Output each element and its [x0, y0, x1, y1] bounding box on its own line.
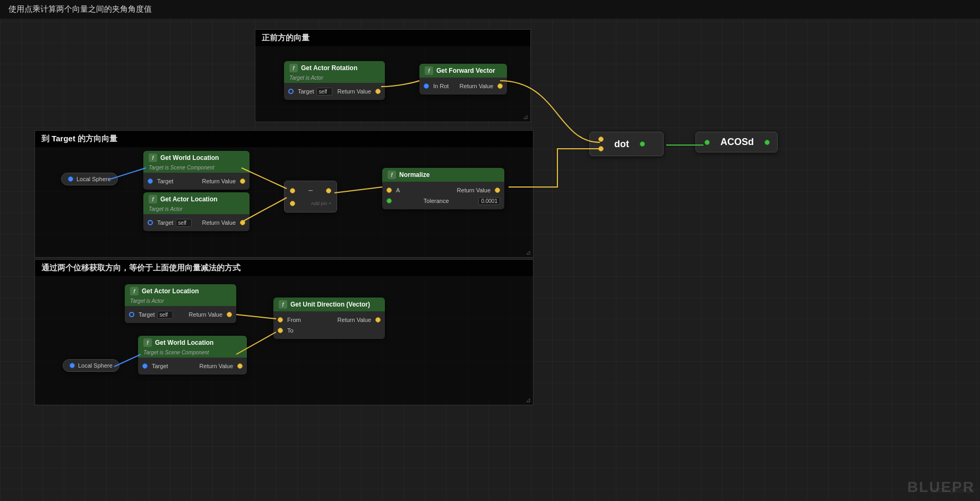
return-pin[interactable]	[240, 179, 245, 184]
target-pin[interactable]	[129, 312, 134, 317]
dot-input-bottom[interactable]	[598, 146, 604, 151]
get-world-location-1-node[interactable]: f Get World Location Target is Scene Com…	[143, 151, 250, 190]
dot-input-top[interactable]	[598, 137, 604, 142]
dot-node[interactable]: dot	[589, 132, 664, 156]
return-label: Return Value	[202, 219, 236, 226]
target-label: Target	[157, 178, 174, 184]
target-pin-left[interactable]	[288, 89, 294, 94]
node-header: f Normalize	[382, 168, 504, 182]
node-header: f Get World Location	[138, 336, 247, 350]
target-value[interactable]: self	[157, 311, 173, 319]
target-pin[interactable]	[148, 220, 153, 225]
return-label: Return Value	[202, 178, 236, 184]
node-subtitle: Target is Scene Component	[138, 350, 247, 358]
local-sphere-1-node[interactable]: Local Sphere	[61, 173, 118, 185]
dot-output[interactable]	[640, 141, 645, 147]
dot-inputs	[598, 137, 604, 151]
node-body: Target self Return Value	[125, 306, 236, 323]
title-bar: 使用点乘计算两个向量之间的夹角角度值	[0, 0, 980, 19]
a-pin[interactable]	[386, 188, 392, 193]
return-pin[interactable]	[227, 312, 232, 317]
get-world-location-2-node[interactable]: f Get World Location Target is Scene Com…	[138, 336, 247, 375]
return-pin[interactable]	[240, 220, 245, 225]
get-actor-location-2-node[interactable]: f Get Actor Location Target is Actor Tar…	[125, 284, 236, 323]
return-pin-right[interactable]	[375, 89, 381, 94]
target-label: Target	[152, 363, 168, 369]
tolerance-label: Tolerance	[424, 198, 449, 204]
output-pin[interactable]	[326, 188, 331, 193]
local-sphere-2-node[interactable]: Local Sphere	[63, 359, 119, 372]
return-label: Return Value	[338, 88, 371, 95]
page-title: 使用点乘计算两个向量之间的夹角角度值	[8, 4, 152, 13]
get-unit-direction-node[interactable]: f Get Unit Direction (Vector) From Retur…	[273, 298, 385, 339]
target-value[interactable]: self	[176, 219, 192, 227]
node-title: Normalize	[399, 171, 429, 179]
sphere-pin[interactable]	[68, 176, 73, 182]
node-title: Get World Location	[160, 154, 219, 162]
pin-row-target: Target self Return Value	[284, 86, 385, 97]
get-actor-rotation-node[interactable]: f Get Actor Rotation Target is Actor Tar…	[284, 61, 385, 100]
return-label: Return Value	[460, 83, 493, 89]
node-title: Get Actor Rotation	[301, 64, 357, 72]
subtract-node[interactable]: − Add pin +	[284, 181, 337, 213]
return-pin[interactable]	[495, 188, 500, 193]
function-icon: f	[388, 171, 396, 179]
node-subtitle: Target is Scene Component	[143, 165, 250, 173]
target-value[interactable]: self	[316, 88, 332, 96]
node-header: f Get World Location	[143, 151, 250, 165]
pin-row-target: Target Return Value	[143, 176, 250, 186]
pin-row-tolerance: Tolerance 0.0001	[382, 196, 504, 206]
input-pin-2[interactable]	[290, 201, 295, 206]
section3-title: 通过两个位移获取方向，等价于上面使用向量减法的方式	[35, 260, 533, 276]
node-body: From Return Value To	[273, 311, 385, 339]
target-pin[interactable]	[148, 179, 153, 184]
tolerance-pin[interactable]	[386, 198, 392, 203]
subtract-pins: − Add pin +	[290, 184, 331, 209]
target-label: Target	[139, 311, 155, 318]
pin-row-inrot: In Rot Return Value	[419, 81, 507, 91]
acosd-input[interactable]	[704, 140, 710, 145]
to-pin[interactable]	[278, 328, 283, 333]
pin-row-target: Target self Return Value	[143, 217, 250, 228]
inrot-pin-left[interactable]	[424, 83, 429, 89]
node-subtitle: Target is Actor	[143, 206, 250, 214]
target-pin[interactable]	[142, 363, 148, 369]
normalize-node[interactable]: f Normalize A Return Value Tolerance 0.0…	[382, 168, 504, 209]
subtract-sign: −	[308, 185, 313, 197]
node-body: Target Return Value	[138, 358, 247, 375]
a-label: A	[396, 187, 400, 193]
tolerance-value[interactable]: 0.0001	[478, 197, 500, 205]
function-icon: f	[149, 154, 157, 162]
node-header: f Get Unit Direction (Vector)	[273, 298, 385, 311]
node-title: Get World Location	[155, 339, 213, 346]
return-pin[interactable]	[375, 317, 381, 322]
acosd-node[interactable]: ACOSd	[695, 132, 778, 152]
node-header: f Get Actor Location	[143, 192, 250, 206]
from-pin[interactable]	[278, 317, 283, 322]
return-label: Return Value	[457, 187, 491, 193]
sphere-label: Local Sphere	[78, 362, 113, 369]
sphere-label: Local Sphere	[76, 176, 111, 182]
return-pin-right[interactable]	[497, 83, 503, 89]
node-title: Get Actor Location	[160, 196, 218, 203]
add-pin-label[interactable]: Add pin +	[311, 201, 331, 206]
node-header: f Get Forward Vector	[419, 64, 507, 78]
return-pin[interactable]	[237, 363, 243, 369]
sphere-pin[interactable]	[70, 363, 75, 368]
node-title: Get Forward Vector	[436, 67, 495, 74]
node-body: Target self Return Value	[143, 214, 250, 231]
node-header: f Get Actor Location	[125, 284, 236, 298]
function-icon: f	[130, 287, 139, 295]
target-label: Target	[157, 219, 174, 226]
function-icon: f	[289, 64, 298, 72]
dot-label: dot	[610, 139, 633, 150]
get-actor-location-1-node[interactable]: f Get Actor Location Target is Actor Tar…	[143, 192, 250, 231]
return-label: Return Value	[200, 363, 233, 369]
pin-row-2: Add pin +	[290, 198, 331, 209]
input-pin-1[interactable]	[290, 188, 295, 193]
get-forward-vector-node[interactable]: f Get Forward Vector In Rot Return Value	[419, 64, 507, 95]
section2-title: 到 Target 的方向向量	[35, 131, 533, 147]
watermark-sub: CSDN @Kenight	[931, 487, 975, 494]
acosd-output[interactable]	[764, 140, 770, 145]
pin-row-target: Target self Return Value	[125, 309, 236, 320]
